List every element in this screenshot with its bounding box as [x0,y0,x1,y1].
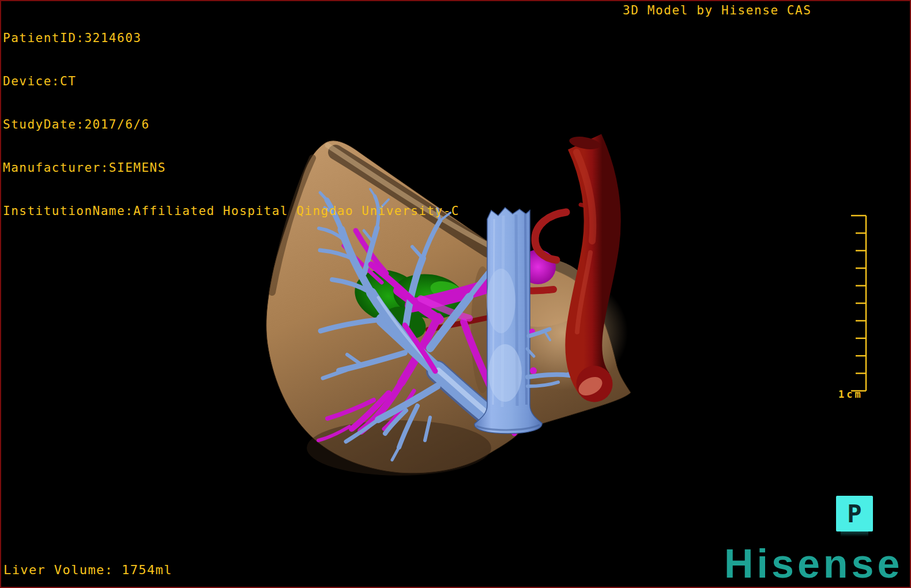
manufacturer-line: Manufacturer:SIEMENS [3,161,460,175]
scale-ruler-ticks [851,216,866,391]
viewer-frame: PatientID:3214603 Device:CT StudyDate:20… [0,0,911,588]
orientation-marker-label: P [847,500,861,528]
orientation-marker-p[interactable]: P [836,496,873,532]
device-line: Device:CT [3,74,460,89]
study-date-line: StudyDate:2017/6/6 [3,118,460,132]
patient-info-overlay: PatientID:3214603 Device:CT StudyDate:20… [3,2,460,247]
institution-line: InstitutionName:Affiliated Hospital Qing… [3,204,460,218]
scale-ruler [843,206,869,409]
scale-ruler-label: 1cm [838,389,863,400]
hisense-logo: Hisense [724,541,903,587]
patient-id-line: PatientID:3214603 [3,31,460,46]
liver-volume-readout: Liver Volume: 1754ml [3,563,172,577]
viewer-title: 3D Model by Hisense CAS [623,3,812,17]
